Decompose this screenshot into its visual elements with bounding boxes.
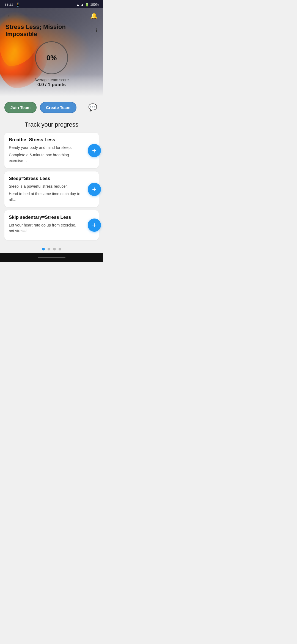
card-sleep-sub: Head to bed at the same time each day to… (9, 191, 82, 203)
card-skip-desc: Let your heart rate go up from exercise,… (9, 222, 82, 234)
chat-button[interactable]: 💬 (87, 101, 99, 113)
card-breathe-add-button[interactable]: + (88, 144, 101, 157)
status-bar: 11:44 📱 ▲ ▲ 🔋 100% (0, 0, 103, 8)
pagination-dot-3[interactable] (53, 248, 56, 250)
track-section: Track your progress Breathe=Stress Less … (0, 117, 103, 253)
track-title: Track your progress (4, 121, 99, 128)
card-skip-title: Skip sedentary=Stress Less (9, 215, 82, 220)
pagination-dot-1[interactable] (42, 248, 45, 250)
card-sleep-desc: Sleep is a powerful stress reducer. (9, 184, 82, 189)
hero-section: ← 🔔 Stress Less; Mission Impossible ℹ 0%… (0, 8, 103, 96)
card-breathe-desc: Ready your body and mind for sleep. (9, 145, 82, 151)
pagination-dot-2[interactable] (48, 248, 50, 250)
progress-percent: 0% (46, 54, 57, 62)
card-skip: Skip sedentary=Stress Less Let your hear… (4, 210, 99, 240)
bottom-bar (0, 253, 103, 262)
hero-title-text: Stress Less; Mission Impossible (6, 23, 94, 38)
back-button[interactable]: ← (4, 11, 14, 21)
chat-icon: 💬 (88, 103, 97, 112)
card-skip-add-button[interactable]: + (88, 219, 101, 232)
score-value: 0.0 / 1 points (34, 82, 69, 88)
create-team-button[interactable]: Create Team (40, 102, 76, 113)
status-icon-sim: 📱 (16, 2, 20, 7)
card-breathe: Breathe=Stress Less Ready your body and … (4, 133, 99, 168)
actions-row: Join Team Create Team 💬 (0, 96, 103, 117)
card-sleep: Sleep=Stress Less Sleep is a powerful st… (4, 171, 99, 207)
wifi-icon: ▲ (76, 3, 80, 7)
card-breathe-title: Breathe=Stress Less (9, 137, 82, 143)
status-time: 11:44 📱 (4, 2, 20, 7)
battery-icon: 🔋 (85, 3, 89, 7)
home-indicator (38, 257, 65, 258)
progress-container: 0% Average team score 0.0 / 1 points (34, 41, 69, 88)
status-right: ▲ ▲ 🔋 100% (76, 3, 99, 7)
card-breathe-sub: Complete a 5-minute box breathing exerci… (9, 152, 82, 164)
pagination-dot-4[interactable] (59, 248, 61, 250)
pagination-dots (4, 243, 99, 253)
notification-button[interactable]: 🔔 (89, 11, 99, 21)
hero-title-container: Stress Less; Mission Impossible ℹ (6, 23, 98, 38)
hero-nav: ← 🔔 (0, 8, 103, 24)
avg-label: Average team score (34, 78, 69, 82)
card-sleep-title: Sleep=Stress Less (9, 176, 82, 181)
score-section: Average team score 0.0 / 1 points (34, 78, 69, 88)
join-team-button[interactable]: Join Team (4, 102, 37, 113)
card-sleep-add-button[interactable]: + (88, 183, 101, 196)
info-icon[interactable]: ℹ (96, 28, 98, 34)
signal-icon: ▲ (81, 3, 84, 7)
progress-circle: 0% (35, 41, 68, 74)
